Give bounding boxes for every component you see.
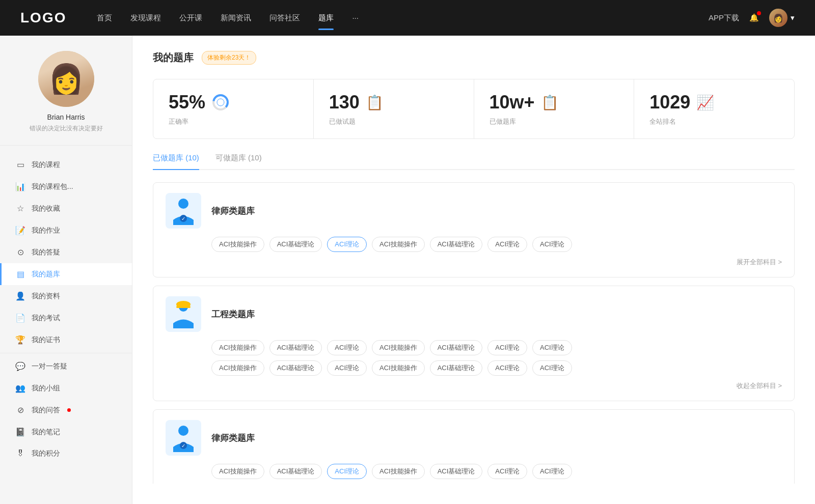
tag-item[interactable]: ACI基础理论	[269, 237, 322, 252]
tag-item-active[interactable]: ACI理论	[327, 237, 367, 252]
sidebar-item-label: 我的收藏	[32, 204, 60, 213]
qbank-title: 律师类题库	[211, 432, 255, 444]
tab-done[interactable]: 已做题库 (10)	[153, 153, 199, 169]
tag-item[interactable]: ACI基础理论	[269, 464, 322, 479]
sidebar-item-label: 我的问答	[32, 406, 60, 415]
header-right: APP下载 🔔 👩 ▾	[709, 9, 795, 27]
homework-icon: 📝	[15, 226, 25, 235]
qbank-card-lawyer-1: ✓ 律师类题库 ACI技能操作 ACI基础理论 ACI理论 ACI技能操作 AC…	[153, 182, 795, 277]
stat-top: 10w+ 📋	[490, 92, 619, 113]
svg-point-3	[178, 199, 188, 209]
sidebar-item-certificate[interactable]: 🏆 我的证书	[0, 329, 132, 351]
qbank-icon-wrap: ✓	[166, 420, 201, 456]
qbank-card-lawyer-2: ✓ 律师类题库 ACI技能操作 ACI基础理论 ACI理论 ACI技能操作 AC…	[153, 409, 795, 484]
tag-item[interactable]: ACI基础理论	[430, 340, 483, 355]
sidebar-item-profile[interactable]: 👤 我的资料	[0, 285, 132, 307]
tag-item[interactable]: ACI理论	[487, 360, 527, 376]
notification-badge	[757, 11, 761, 15]
tag-item[interactable]: ACI理论	[327, 340, 367, 355]
tag-item[interactable]: ACI理论	[487, 237, 527, 252]
page-title: 我的题库	[153, 51, 194, 65]
tag-item[interactable]: ACI理论	[532, 360, 572, 376]
tag-item[interactable]: ACI技能操作	[372, 360, 425, 376]
nav-qbank[interactable]: 题库	[318, 11, 334, 25]
sidebar-item-group[interactable]: 👥 我的小组	[0, 377, 132, 399]
qbank-card-header: ✓ 律师类题库	[166, 420, 782, 456]
nav-qa[interactable]: 问答社区	[269, 11, 300, 25]
tag-item[interactable]: ACI技能操作	[211, 464, 264, 479]
svg-point-9	[178, 426, 188, 436]
tag-item[interactable]: ACI基础理论	[269, 360, 322, 376]
stat-number-rank: 1029	[649, 92, 690, 113]
sidebar-item-course-pack[interactable]: 📊 我的课程包...	[0, 176, 132, 198]
stat-number-done-b: 10w+	[490, 92, 535, 113]
lawyer-icon-2: ✓	[171, 424, 196, 452]
sidebar-item-my-courses[interactable]: ▭ 我的课程	[0, 154, 132, 176]
tag-item[interactable]: ACI技能操作	[372, 237, 425, 252]
tag-item[interactable]: ACI基础理论	[430, 464, 483, 479]
done-banks-icon: 📋	[541, 94, 559, 111]
sidebar-item-one-on-one[interactable]: 💬 一对一答疑	[0, 355, 132, 377]
sidebar-item-my-qa[interactable]: ⊘ 我的问答	[0, 399, 132, 421]
sidebar-item-notes[interactable]: 📓 我的笔记	[0, 421, 132, 443]
tag-item[interactable]: ACI理论	[532, 340, 572, 355]
tag-item[interactable]: ACI基础理论	[430, 360, 483, 376]
tag-item[interactable]: ACI技能操作	[211, 360, 264, 376]
user-avatar-header[interactable]: 👩 ▾	[769, 9, 795, 27]
qbank-card-engineer: 工程类题库 ACI技能操作 ACI基础理论 ACI理论 ACI技能操作 ACI基…	[153, 286, 795, 401]
trial-badge: 体验剩余23天！	[202, 51, 256, 65]
app-download-link[interactable]: APP下载	[709, 13, 739, 23]
sidebar-item-points[interactable]: 🎖 我的积分	[0, 443, 132, 464]
nav-discover[interactable]: 发现课程	[130, 11, 161, 25]
qbank-title: 律师类题库	[211, 205, 255, 217]
sidebar-item-questions[interactable]: ⊙ 我的答疑	[0, 241, 132, 263]
content-scroll: 我的题库 体验剩余23天！ 55% 正确率	[153, 51, 795, 484]
sidebar-item-exam[interactable]: 📄 我的考试	[0, 307, 132, 329]
tag-item[interactable]: ACI理论	[487, 340, 527, 355]
nav-home[interactable]: 首页	[97, 11, 112, 25]
tag-item[interactable]: ACI技能操作	[211, 237, 264, 252]
tag-item[interactable]: ACI理论	[487, 464, 527, 479]
tag-item[interactable]: ACI基础理论	[430, 237, 483, 252]
sidebar: 👩 Brian Harris 错误的决定比没有决定要好 ▭ 我的课程 📊 我的课…	[0, 36, 132, 504]
stat-label-done-b: 已做题库	[490, 117, 619, 126]
tag-item[interactable]: ACI技能操作	[372, 340, 425, 355]
tag-item-active[interactable]: ACI理论	[327, 464, 367, 479]
qbank-tags-row1: ACI技能操作 ACI基础理论 ACI理论 ACI技能操作 ACI基础理论 AC…	[166, 340, 782, 355]
tab-available[interactable]: 可做题库 (10)	[215, 153, 262, 169]
tag-item[interactable]: ACI理论	[327, 360, 367, 376]
qbank-icon: ▤	[15, 269, 25, 279]
tag-item[interactable]: ACI技能操作	[372, 464, 425, 479]
tag-item[interactable]: ACI理论	[532, 464, 572, 479]
nav-news[interactable]: 新闻资讯	[221, 11, 251, 25]
accuracy-chart-icon	[211, 93, 230, 111]
course-pack-icon: 📊	[15, 182, 25, 191]
nav-opencourse[interactable]: 公开课	[179, 11, 202, 25]
profile-icon: 👤	[15, 291, 25, 301]
stat-top: 1029 📈	[649, 92, 779, 113]
main-content: 我的题库 体验剩余23天！ 55% 正确率	[132, 36, 815, 504]
svg-text:✓: ✓	[181, 443, 185, 449]
tag-item[interactable]: ACI基础理论	[269, 340, 322, 355]
nav-more[interactable]: ···	[352, 11, 359, 25]
sidebar-item-label: 我的小组	[32, 384, 60, 393]
qa-notification-dot	[67, 408, 71, 412]
stat-accuracy: 55% 正确率	[153, 79, 314, 138]
tabs-row: 已做题库 (10) 可做题库 (10)	[153, 153, 795, 170]
tag-item[interactable]: ACI技能操作	[211, 340, 264, 355]
tag-item[interactable]: ACI理论	[532, 237, 572, 252]
sidebar-item-qbank[interactable]: ▤ 我的题库	[0, 263, 132, 285]
sidebar-menu: ▭ 我的课程 📊 我的课程包... ☆ 我的收藏 📝 我的作业 ⊙ 我的答疑 ▤	[0, 146, 132, 472]
points-icon: 🎖	[15, 449, 25, 458]
sidebar-item-favorites[interactable]: ☆ 我的收藏	[0, 198, 132, 219]
qbank-title: 工程类题库	[211, 309, 255, 320]
sidebar-item-homework[interactable]: 📝 我的作业	[0, 219, 132, 241]
qbank-tags: ACI技能操作 ACI基础理论 ACI理论 ACI技能操作 ACI基础理论 AC…	[166, 237, 782, 252]
sidebar-item-label: 我的笔记	[32, 428, 60, 437]
collapse-button[interactable]: 收起全部科目 >	[737, 382, 782, 389]
notification-bell[interactable]: 🔔	[749, 13, 759, 22]
notes-icon: 📓	[15, 427, 25, 437]
logo[interactable]: LOGO	[20, 10, 66, 26]
one-on-one-icon: 💬	[15, 361, 25, 371]
expand-button[interactable]: 展开全部科目 >	[737, 258, 782, 266]
